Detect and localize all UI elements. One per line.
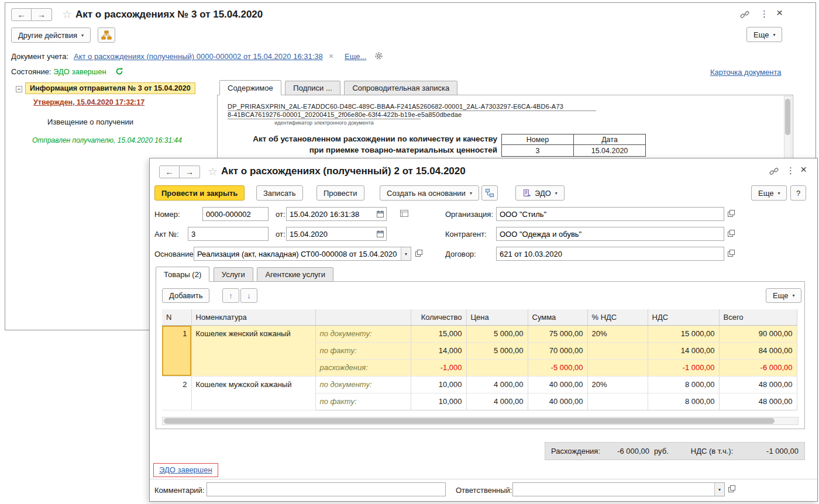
tab-cover-note[interactable]: Сопроводительная записка [344, 81, 457, 95]
create-based-on-button[interactable]: Создать на основании ▾ [380, 185, 479, 201]
post-button[interactable]: Провести [316, 185, 364, 201]
refresh-icon[interactable] [115, 67, 123, 77]
add-row-button[interactable]: Добавить [162, 288, 209, 303]
comment-input[interactable] [207, 483, 445, 496]
contract-input[interactable] [497, 247, 724, 260]
vat-cell[interactable]: 8 000,00 [648, 376, 719, 393]
tree-item-approved-status[interactable]: Утвержден, 15.04.2020 17:32:17 [33, 98, 144, 106]
get-link-icon[interactable] [769, 166, 779, 178]
edo-state-link[interactable]: ЭДО завершен [159, 465, 212, 474]
forward-button[interactable]: → [180, 165, 200, 178]
vat-cell[interactable]: 15 000,00 [648, 325, 719, 342]
sum-cell[interactable]: 40 000,00 [528, 393, 587, 410]
collapse-icon[interactable] [16, 85, 22, 94]
organization-input[interactable] [497, 208, 724, 220]
save-button[interactable]: Записать [256, 185, 303, 201]
date-input[interactable] [287, 208, 376, 220]
price-cell[interactable]: 4 000,00 [466, 376, 528, 393]
dropdown-button[interactable]: ▾ [401, 247, 411, 260]
quantity-cell[interactable]: -1,000 [411, 359, 466, 376]
close-icon[interactable]: × [776, 7, 783, 18]
kebab-menu-icon[interactable]: ⋮ [760, 9, 769, 18]
nomenclature-cell[interactable]: Кошелек мужской кажаный [191, 376, 315, 410]
edo-button[interactable]: ЭДО ▾ [515, 185, 565, 201]
price-cell[interactable]: 4 000,00 [466, 393, 528, 410]
quantity-cell[interactable]: 14,000 [411, 342, 466, 359]
counterparty-input[interactable] [497, 227, 724, 240]
basis-input[interactable] [194, 247, 401, 260]
calendar-icon[interactable] [376, 210, 386, 218]
back-button[interactable]: ← [11, 8, 32, 21]
tab-content[interactable]: Содержимое [219, 80, 281, 95]
vat-pct-cell[interactable]: 20% [587, 376, 648, 393]
quantity-cell[interactable]: 10,000 [411, 393, 466, 410]
horizontal-scrollbar[interactable] [162, 417, 799, 425]
row-number-cell[interactable]: 2 [162, 376, 191, 410]
open-icon[interactable] [727, 209, 735, 219]
tab-agency-services[interactable]: Агентские услуги [257, 267, 333, 282]
vat-pct-cell[interactable] [587, 359, 648, 376]
quantity-cell[interactable]: 15,000 [411, 325, 466, 342]
nomenclature-cell[interactable]: Кошелек женский кожаный [191, 325, 315, 376]
post-and-close-button[interactable]: Провести и закрыть [154, 185, 245, 201]
doc-row-more-link[interactable]: Еще... [345, 52, 366, 61]
accounting-document-link[interactable]: Акт о расхождениях (полученный) 0000-000… [74, 52, 323, 61]
scrollbar-thumb[interactable] [164, 418, 775, 424]
favorite-star-icon[interactable]: ☆ [208, 166, 218, 177]
back-button[interactable]: ← [159, 165, 180, 178]
sum-cell[interactable]: 70 000,00 [528, 342, 587, 359]
vat-pct-cell[interactable]: 20% [587, 325, 648, 342]
sum-cell[interactable]: 40 000,00 [528, 376, 587, 393]
line-type-cell[interactable]: по документу: [315, 325, 411, 342]
price-cell[interactable] [466, 359, 528, 376]
tab-signatures[interactable]: Подписи ... [285, 81, 340, 95]
tree-item-receipt-notice[interactable]: Извещение о получении [47, 118, 133, 126]
other-actions-button[interactable]: Другие действия ▾ [11, 27, 91, 43]
vat-pct-cell[interactable] [587, 342, 648, 359]
list-icon[interactable] [400, 209, 409, 219]
forward-button[interactable]: → [32, 8, 52, 21]
line-type-cell[interactable]: по факту: [315, 393, 411, 410]
sum-cell[interactable]: -5 000,00 [528, 359, 587, 376]
act-date-input[interactable] [287, 227, 376, 240]
responsible-input[interactable] [513, 483, 714, 496]
row-number-cell[interactable]: 1 [162, 325, 191, 376]
tab-services[interactable]: Услуги [214, 267, 253, 282]
help-button[interactable]: ? [790, 185, 806, 201]
kebab-menu-icon[interactable]: ⋮ [786, 166, 795, 175]
dropdown-button[interactable]: ▾ [714, 483, 724, 496]
number-input[interactable] [203, 208, 268, 220]
document-card-link[interactable]: Карточка документа [710, 68, 781, 77]
open-icon[interactable] [727, 249, 735, 259]
close-icon[interactable]: × [800, 164, 807, 175]
related-documents-button[interactable] [481, 185, 498, 201]
total-cell[interactable]: -6 000,00 [719, 359, 797, 376]
open-icon[interactable] [415, 249, 423, 259]
tree-item-sender-info[interactable]: Информация отправителя № 3 от 15.04.2020 [25, 82, 195, 94]
calendar-icon[interactable] [376, 230, 386, 238]
price-cell[interactable]: 5 000,00 [466, 325, 528, 342]
get-link-icon[interactable] [739, 9, 750, 21]
more-button[interactable]: Еще ▾ [746, 27, 782, 42]
vat-cell[interactable]: 8 000,00 [648, 393, 719, 410]
clear-link-icon[interactable]: × [329, 51, 333, 61]
act-number-input[interactable] [188, 227, 268, 240]
favorite-star-icon[interactable]: ☆ [62, 9, 72, 20]
line-type-cell[interactable]: по факту: [315, 342, 411, 359]
total-cell[interactable]: 48 000,00 [719, 376, 797, 393]
settings-gear-icon[interactable] [374, 51, 384, 63]
more-button[interactable]: Еще ▾ [751, 185, 787, 201]
sum-cell[interactable]: 75 000,00 [528, 325, 587, 342]
vat-cell[interactable]: -1 000,00 [648, 359, 719, 376]
total-cell[interactable]: 84 000,00 [719, 342, 797, 359]
line-type-cell[interactable]: по документу: [315, 376, 411, 393]
table-more-button[interactable]: Еще ▾ [766, 288, 801, 303]
move-up-button[interactable]: ↑ [222, 288, 239, 303]
price-cell[interactable]: 5 000,00 [466, 342, 528, 359]
open-icon[interactable] [727, 229, 735, 239]
subordination-structure-button[interactable] [98, 27, 115, 43]
vat-cell[interactable]: 14 000,00 [648, 342, 719, 359]
total-cell[interactable]: 48 000,00 [719, 393, 797, 410]
move-down-button[interactable]: ↓ [240, 288, 257, 303]
tab-goods[interactable]: Товары (2) [156, 267, 209, 282]
